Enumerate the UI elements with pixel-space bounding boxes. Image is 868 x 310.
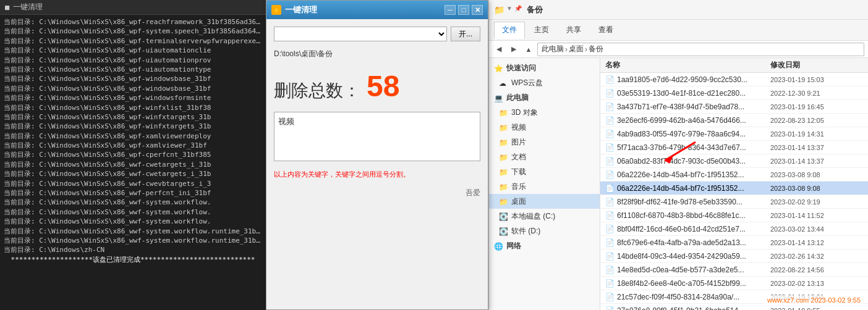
file-row[interactable]: 📄4ab9ad83-0f55-497c-979e-78aa6c94...2023… (600, 127, 868, 141)
file-row[interactable]: 📄8f28f9bf-df62-41fe-9d78-e5eb33590...202… (600, 195, 868, 209)
file-row[interactable]: 📄14bde8f4-09c3-44ed-9354-24290a59...2023… (600, 249, 868, 263)
terminal-line: 当前目录: C:\Windows\WinSxS\x86_wpf-xamlview… (4, 141, 262, 150)
file-name-text: 8fc679e6-e4fa-4afb-a79a-ade5d2a13... (617, 238, 746, 247)
file-name-text: 21c57dec-f09f-4f50-8314-284a90a/... (617, 293, 739, 301)
keyword-area[interactable]: 视频 (274, 112, 480, 161)
file-date: 2023-02-26 14:32 (770, 253, 863, 260)
sidebar-item-桌面[interactable]: 📁桌面 (489, 194, 600, 209)
folder-icon: 📁 (494, 5, 504, 15)
terminal-icon: ■ (5, 3, 9, 12)
sidebar-item-label: 下载 (511, 167, 526, 177)
sidebar-item-label: 桌面 (511, 196, 526, 207)
file-icon: 📄 (605, 75, 615, 84)
file-name-text: 14e8ed5d-c0ea-4d5e-b577-a3de2e5... (617, 266, 744, 274)
file-row[interactable]: 📄06a2226e-14db-45a4-bf7c-1f951352...2023… (600, 182, 868, 195)
sidebar-item-WPS云盘[interactable]: ☁WPS云盘 (489, 75, 600, 90)
file-row[interactable]: 📄8fc679e6-e4fa-4afb-a79a-ade5d2a13...202… (600, 236, 868, 249)
cleaner-top-row: 开... (274, 27, 480, 41)
file-name-cell: 📄8f28f9bf-df62-41fe-9d78-e5eb33590... (605, 198, 770, 206)
terminal-line: 当前目录: C:\Windows\WinSxS\x86_wpf-xamlview… (4, 132, 262, 141)
file-name-cell: 📄03e55319-13d0-4e1f-81ce-d21ec280... (605, 89, 770, 98)
up-button[interactable]: ▲ (522, 43, 535, 56)
footer-text: 吾爱 (466, 188, 480, 198)
breadcrumb-item[interactable]: 备份 (589, 44, 603, 54)
file-name-cell: 📄8bf04ff2-16cd-46e0-b61d-42cd251e7... (605, 225, 770, 233)
file-date: 2023-01-14 13:37 (770, 144, 863, 151)
close-button[interactable]: ✕ (472, 5, 483, 15)
file-row[interactable]: 📄18e8f4b2-6ee8-4e0c-a705-f4152bf99...202… (600, 277, 868, 290)
file-name-cell: 📄14e8ed5d-c0ea-4d5e-b577-a3de2e5... (605, 266, 770, 274)
sidebar-item-label: 网络 (506, 241, 521, 251)
terminal-content: 当前目录: C:\Windows\WinSxS\x86_wpf-reachfra… (0, 15, 266, 310)
folder-icon: 📁 (499, 124, 508, 131)
file-row[interactable]: 📄14e8ed5d-c0ea-4d5e-b577-a3de2e5...2022-… (600, 263, 868, 277)
file-row[interactable]: 📄06a2226e-14db-45a4-bf7c-1f951352...2023… (600, 168, 868, 182)
ribbon-tab-查看[interactable]: 查看 (590, 22, 621, 39)
breadcrumb-item[interactable]: 桌面 (569, 44, 584, 54)
file-name-text: 8bf04ff2-16cd-46e0-b61d-42cd251e7... (617, 225, 746, 233)
file-icon: 📄 (605, 103, 615, 111)
sidebar-item-本地磁盘 (C:)[interactable]: 💽本地磁盘 (C:) (489, 209, 600, 224)
file-row[interactable]: 📄3a437b71-ef7e-438f-94d7-5be9ad78...2023… (600, 100, 868, 114)
forward-button[interactable]: ▶ (508, 43, 520, 56)
ribbon-tab-文件[interactable]: 文件 (494, 22, 525, 39)
file-row[interactable]: 📄06a0abd2-83f7-4dc7-903c-d5e00b43...2023… (600, 154, 868, 168)
cleaner-footer: 吾爱 (274, 188, 480, 198)
file-icon: 📄 (605, 116, 615, 125)
terminal-line: 当前目录: C:\Windows\WinSxS\x86_wpf-uiautoma… (4, 56, 262, 65)
sidebar-item-下载[interactable]: 📁下载 (489, 164, 600, 179)
terminal-line: 当前目录: C:\Windows\WinSxS\x86_wpf-windowsf… (4, 93, 262, 103)
computer-icon: 💻 (494, 94, 503, 101)
terminal-line: ********************该盘已清理完成*************… (4, 255, 262, 264)
breadcrumb-sep: › (585, 45, 587, 54)
open-button[interactable]: 开... (451, 27, 480, 41)
file-icon: 📄 (605, 143, 615, 152)
terminal-line: 当前目录: C:\Windows\WinSxS\x86_wpf-winfxlis… (4, 103, 262, 112)
explorer-sidebar: ⭐快速访问☁WPS云盘💻此电脑📁3D 对象📁视频📁图片📁文档📁下载📁音乐📁桌面💽… (489, 58, 600, 310)
address-path[interactable]: 此电脑 › 桌面 › 备份 (537, 43, 864, 56)
file-row[interactable]: 📄1aa91805-e7d6-4d22-9509-9cc2c530...2023… (600, 73, 868, 86)
file-row[interactable]: 📄5f71aca3-37b6-479b-8364-343d7e67...2023… (600, 141, 868, 154)
ribbon-tab-共享[interactable]: 共享 (558, 22, 589, 39)
sidebar-item-网络[interactable]: 🌐网络 (489, 238, 600, 253)
explorer-title: 备份 (527, 4, 543, 15)
file-name-text: 06a0abd2-83f7-4dc7-903c-d5e00b43... (617, 157, 746, 165)
file-name-text: 06a2226e-14db-45a4-bf7c-1f951352... (617, 170, 744, 179)
file-date: 2023-01-19 14:31 (770, 130, 863, 138)
breadcrumb-item[interactable]: 此电脑 (542, 44, 564, 54)
ribbon-tab-主页[interactable]: 主页 (526, 22, 557, 39)
sidebar-item-视频[interactable]: 📁视频 (489, 120, 600, 135)
sidebar-item-软件 (D:)[interactable]: 💽软件 (D:) (489, 224, 600, 238)
terminal-line: 当前目录: C:\Windows\WinSxS\x86_wpf-uiautoma… (4, 46, 262, 55)
delete-label: 删除总数： (274, 79, 360, 103)
file-date: 2023-03-08 9:08 (770, 185, 863, 192)
sidebar-item-label: 软件 (D:) (511, 226, 540, 237)
sidebar-item-label: 此电脑 (506, 93, 529, 103)
sidebar-item-音乐[interactable]: 📁音乐 (489, 179, 600, 194)
explorer-filelist: 名称 修改日期 📄1aa91805-e7d6-4d22-9509-9cc2c53… (600, 58, 868, 310)
back-button[interactable]: ◀ (493, 43, 505, 56)
sidebar-item-图片[interactable]: 📁图片 (489, 135, 600, 149)
sidebar-item-此电脑[interactable]: 💻此电脑 (489, 90, 600, 105)
sidebar-item-3D 对象[interactable]: 📁3D 对象 (489, 105, 600, 120)
file-name-cell: 📄27a976a8-80f8-45f1-9b31-6bebe514... (605, 306, 770, 311)
file-name-cell: 📄21c57dec-f09f-4f50-8314-284a90a/... (605, 293, 770, 301)
minimize-button[interactable]: ─ (445, 5, 456, 15)
file-row[interactable]: 📄8bf04ff2-16cd-46e0-b61d-42cd251e7...202… (600, 222, 868, 236)
file-icon: 📄 (605, 184, 615, 193)
cleaner-path: D:\tools\桌面\备份 (274, 48, 480, 61)
file-name-text: 27a976a8-80f8-45f1-9b31-6bebe514... (617, 306, 744, 311)
filelist-header: 名称 修改日期 (600, 58, 868, 73)
file-date: 2023-01-19 15:03 (770, 76, 863, 83)
sidebar-item-文档[interactable]: 📁文档 (489, 149, 600, 164)
cleaner-select[interactable] (274, 27, 447, 41)
sidebar-item-快速访问[interactable]: ⭐快速访问 (489, 61, 600, 75)
file-name-cell: 📄18e8f4b2-6ee8-4e0c-a705-f4152bf99... (605, 279, 770, 288)
file-row[interactable]: 📄3e26ecf6-6999-462b-a46a-5476d466...2022… (600, 114, 868, 127)
folder-icon: 📁 (499, 168, 508, 175)
file-icon: 📄 (605, 225, 615, 233)
file-row[interactable]: 📄6f1108cf-6870-48b3-8bbd-46c88fe1c...202… (600, 209, 868, 222)
cloud-icon: ☁ (499, 79, 508, 86)
maximize-button[interactable]: □ (458, 5, 469, 15)
file-row[interactable]: 📄03e55319-13d0-4e1f-81ce-d21ec280...2022… (600, 86, 868, 100)
